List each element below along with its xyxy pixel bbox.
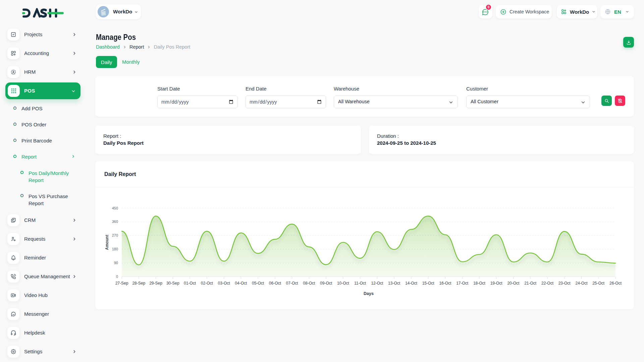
svg-text:16-Oct: 16-Oct <box>439 281 451 286</box>
svg-text:17-Oct: 17-Oct <box>456 281 469 286</box>
svg-text:10-Oct: 10-Oct <box>337 281 350 286</box>
svg-text:29-Sep: 29-Sep <box>149 281 162 286</box>
svg-text:26-Oct: 26-Oct <box>609 281 622 286</box>
svg-text:28-Sep: 28-Sep <box>132 281 145 286</box>
svg-text:08-Oct: 08-Oct <box>303 281 315 286</box>
svg-text:15-Oct: 15-Oct <box>422 281 435 286</box>
svg-text:06-Oct: 06-Oct <box>269 281 281 286</box>
svg-text:Amount: Amount <box>105 235 109 250</box>
svg-text:23-Oct: 23-Oct <box>558 281 571 286</box>
svg-text:360: 360 <box>112 220 118 224</box>
svg-text:09-Oct: 09-Oct <box>320 281 332 286</box>
svg-text:03-Oct: 03-Oct <box>218 281 230 286</box>
svg-text:21-Oct: 21-Oct <box>524 281 537 286</box>
svg-text:25-Oct: 25-Oct <box>592 281 605 286</box>
svg-text:27-Sep: 27-Sep <box>115 281 128 286</box>
svg-text:180: 180 <box>112 247 118 251</box>
svg-text:270: 270 <box>112 233 118 237</box>
svg-text:30-Sep: 30-Sep <box>166 281 179 286</box>
svg-text:11-Oct: 11-Oct <box>354 281 366 286</box>
svg-text:07-Oct: 07-Oct <box>286 281 299 286</box>
svg-text:19-Oct: 19-Oct <box>490 281 503 286</box>
svg-text:18-Oct: 18-Oct <box>473 281 486 286</box>
svg-text:12-Oct: 12-Oct <box>371 281 383 286</box>
svg-text:13-Oct: 13-Oct <box>388 281 400 286</box>
svg-text:05-Oct: 05-Oct <box>252 281 264 286</box>
svg-text:22-Oct: 22-Oct <box>541 281 554 286</box>
svg-text:24-Oct: 24-Oct <box>575 281 588 286</box>
svg-text:02-Oct: 02-Oct <box>201 281 213 286</box>
svg-text:90: 90 <box>114 261 118 265</box>
svg-text:01-Oct: 01-Oct <box>184 281 196 286</box>
svg-text:0: 0 <box>116 275 118 279</box>
svg-text:04-Oct: 04-Oct <box>235 281 247 286</box>
svg-text:450: 450 <box>112 206 118 210</box>
svg-text:14-Oct: 14-Oct <box>405 281 418 286</box>
svg-text:20-Oct: 20-Oct <box>507 281 520 286</box>
svg-text:Days: Days <box>364 291 374 296</box>
